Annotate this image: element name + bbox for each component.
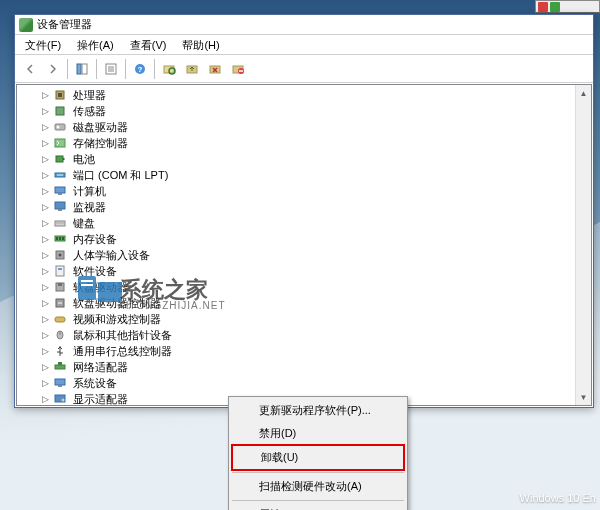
- svg-rect-51: [55, 379, 65, 385]
- expander-icon[interactable]: ▷: [39, 266, 52, 276]
- separator: [232, 472, 404, 473]
- menu-view[interactable]: 查看(V): [122, 35, 175, 54]
- app-icon: [19, 18, 33, 32]
- expander-icon[interactable]: ▷: [39, 186, 52, 196]
- other-app-titlebar: [535, 0, 600, 13]
- expander-icon[interactable]: ▷: [39, 298, 52, 308]
- properties-button[interactable]: [100, 58, 122, 80]
- expander-icon[interactable]: ▷: [39, 122, 52, 132]
- tree-sensor[interactable]: ▷传感器: [21, 103, 591, 119]
- expander-icon[interactable]: ▷: [39, 202, 52, 212]
- expander-icon[interactable]: ▷: [39, 282, 52, 292]
- svg-point-54: [62, 399, 65, 402]
- tree-label: 键盘: [71, 216, 97, 231]
- tree-label: 监视器: [71, 200, 108, 215]
- back-button[interactable]: [19, 58, 41, 80]
- tree-disk[interactable]: ▷磁盘驱动器: [21, 119, 591, 135]
- svg-rect-24: [63, 158, 65, 160]
- system-icon: [52, 376, 68, 390]
- tree-network[interactable]: ▷网络适配器: [21, 359, 591, 375]
- expander-icon[interactable]: ▷: [39, 234, 52, 244]
- update-driver-button[interactable]: [181, 58, 203, 80]
- ctx-scan-hardware[interactable]: 扫描检测硬件改动(A): [231, 475, 405, 498]
- svg-point-26: [57, 174, 59, 176]
- menu-file[interactable]: 文件(F): [17, 35, 69, 54]
- expander-icon[interactable]: ▷: [39, 154, 52, 164]
- ctx-uninstall[interactable]: 卸载(U): [231, 444, 405, 471]
- vertical-scrollbar[interactable]: ▲ ▼: [575, 85, 591, 405]
- svg-rect-1: [550, 2, 560, 12]
- svg-rect-46: [55, 317, 65, 322]
- expander-icon[interactable]: ▷: [39, 362, 52, 372]
- tree-usb[interactable]: ▷通用串行总线控制器: [21, 343, 591, 359]
- help-button[interactable]: ?: [129, 58, 151, 80]
- tree-label: 人体学输入设备: [71, 248, 152, 263]
- expander-icon[interactable]: ▷: [39, 330, 52, 340]
- tree-memory[interactable]: ▷内存设备: [21, 231, 591, 247]
- window-title: 设备管理器: [37, 17, 92, 32]
- tree-system[interactable]: ▷系统设备: [21, 375, 591, 391]
- svg-rect-38: [62, 237, 64, 240]
- tree-label: 存储控制器: [71, 136, 130, 151]
- menubar: 文件(F) 操作(A) 查看(V) 帮助(H): [15, 35, 593, 55]
- tree-battery[interactable]: ▷电池: [21, 151, 591, 167]
- expander-icon[interactable]: ▷: [39, 394, 52, 404]
- tree-label: 系统设备: [71, 376, 119, 391]
- tree-label: 视频和游戏控制器: [71, 312, 163, 327]
- disable-button[interactable]: [227, 58, 249, 80]
- expander-icon[interactable]: ▷: [39, 90, 52, 100]
- scroll-up-arrow[interactable]: ▲: [576, 85, 591, 101]
- ctx-disable[interactable]: 禁用(D): [231, 422, 405, 445]
- disk-icon: [52, 120, 68, 134]
- svg-rect-23: [56, 156, 63, 162]
- tree-keyboard[interactable]: ▷键盘: [21, 215, 591, 231]
- show-hide-tree-button[interactable]: [71, 58, 93, 80]
- expander-icon[interactable]: ▷: [39, 138, 52, 148]
- scroll-down-arrow[interactable]: ▼: [576, 389, 591, 405]
- tree-label: 软盘驱动器控制器: [71, 296, 163, 311]
- scan-hardware-button[interactable]: [158, 58, 180, 80]
- expander-icon[interactable]: ▷: [39, 346, 52, 356]
- tree-storage[interactable]: ▷存储控制器: [21, 135, 591, 151]
- monitor-icon: [52, 200, 68, 214]
- tree-hid[interactable]: ▷人体学输入设备: [21, 247, 591, 263]
- svg-rect-18: [58, 93, 62, 97]
- uninstall-button[interactable]: [204, 58, 226, 80]
- windows-edition-badge: Windows 10 En: [520, 492, 596, 504]
- menu-action[interactable]: 操作(A): [69, 35, 122, 54]
- battery-icon: [52, 152, 68, 166]
- menu-help[interactable]: 帮助(H): [174, 35, 227, 54]
- tree-ports[interactable]: ▷端口 (COM 和 LPT): [21, 167, 591, 183]
- tree-monitor[interactable]: ▷监视器: [21, 199, 591, 215]
- tree-mouseother[interactable]: ▷鼠标和其他指针设备: [21, 327, 591, 343]
- ctx-update-driver[interactable]: 更新驱动程序软件(P)...: [231, 399, 405, 422]
- network-icon: [52, 360, 68, 374]
- expander-icon[interactable]: ▷: [39, 218, 52, 228]
- tree-software[interactable]: ▷软件设备: [21, 263, 591, 279]
- expander-icon[interactable]: ▷: [39, 378, 52, 388]
- tree-computer[interactable]: ▷计算机: [21, 183, 591, 199]
- tree-floppyctl[interactable]: ▷软盘驱动器控制器: [21, 295, 591, 311]
- device-manager-window: 设备管理器 文件(F) 操作(A) 查看(V) 帮助(H) ? ▷处理器 ▷传感…: [14, 14, 594, 408]
- svg-rect-50: [58, 362, 62, 365]
- forward-button[interactable]: [42, 58, 64, 80]
- expander-icon[interactable]: ▷: [39, 106, 52, 116]
- ctx-properties[interactable]: 属性(R): [231, 503, 405, 510]
- svg-point-21: [57, 126, 60, 129]
- expander-icon[interactable]: ▷: [39, 170, 52, 180]
- device-tree[interactable]: ▷处理器 ▷传感器 ▷磁盘驱动器 ▷存储控制器 ▷电池 ▷端口 (COM 和 L…: [16, 84, 592, 406]
- tree-floppy[interactable]: ▷软盘驱动器: [21, 279, 591, 295]
- expander-icon[interactable]: ▷: [39, 250, 52, 260]
- separator: [232, 500, 404, 501]
- svg-point-27: [59, 174, 61, 176]
- tree-label: 通用串行总线控制器: [71, 344, 174, 359]
- tree-cpu[interactable]: ▷处理器: [21, 87, 591, 103]
- expander-icon[interactable]: ▷: [39, 314, 52, 324]
- tree-label: 磁盘驱动器: [71, 120, 130, 135]
- tree-label: 显示适配器: [71, 392, 130, 407]
- svg-rect-33: [55, 221, 65, 226]
- svg-rect-52: [58, 385, 62, 387]
- tree-videogame[interactable]: ▷视频和游戏控制器: [21, 311, 591, 327]
- titlebar[interactable]: 设备管理器: [15, 15, 593, 35]
- svg-rect-44: [58, 283, 62, 286]
